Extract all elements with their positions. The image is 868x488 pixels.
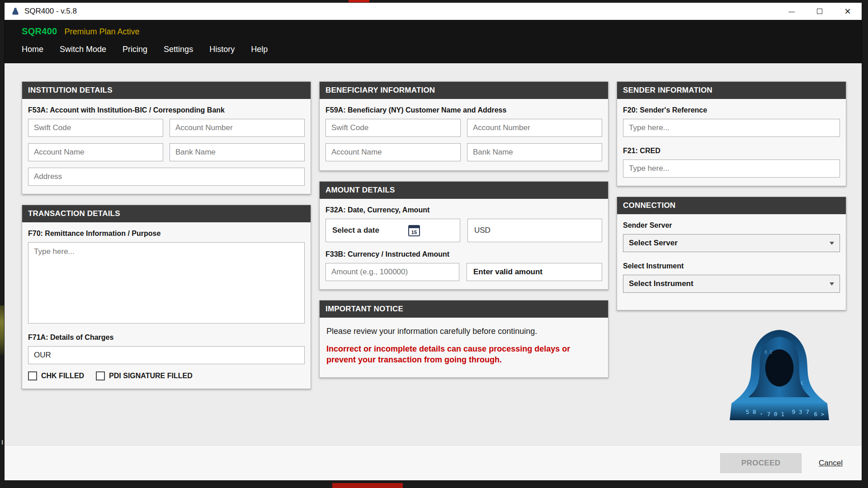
currency-field[interactable]: USD	[467, 219, 602, 242]
app-icon	[11, 7, 20, 16]
institution-swift-code-input[interactable]	[28, 119, 163, 137]
footer-bar: PROCEED Cancel	[5, 445, 862, 480]
notice-panel-title: IMPORTANT NOTICE	[320, 300, 608, 318]
field-label-f21: F21: CRED	[623, 147, 840, 155]
close-button[interactable]: ×	[834, 3, 862, 20]
instrument-select[interactable]: Select Instrument	[623, 275, 840, 293]
institution-account-number-input[interactable]	[170, 119, 305, 137]
field-label-f70: F70: Remittance Information / Purpose	[28, 230, 305, 238]
amount-validation-field: Enter valid amount	[467, 263, 602, 281]
minimize-button[interactable]: —	[778, 3, 806, 20]
field-label-f20: F20: Sender's Reference	[623, 106, 840, 114]
institution-address-input[interactable]	[28, 168, 305, 186]
menu-home[interactable]: Home	[22, 45, 43, 54]
field-label-f59a: F59A: Beneficiary (NY) Customer Name and…	[326, 106, 602, 114]
beneficiary-panel-title: BENEFICIARY INFORMATION	[320, 82, 608, 99]
sender-panel-title: SENDER INFORMATION	[617, 82, 846, 99]
beneficiary-swift-code-input[interactable]	[326, 119, 461, 137]
menu-switch-mode[interactable]: Switch Mode	[60, 45, 106, 54]
calendar-icon-day: 15	[409, 230, 419, 235]
connection-panel: CONNECTION Sender Server Select Server S…	[617, 197, 846, 310]
charges-input[interactable]	[28, 346, 305, 364]
code-digits: 7 0 1	[767, 411, 784, 418]
institution-account-name-input[interactable]	[28, 143, 163, 161]
plan-status-badge: Premium Plan Active	[65, 27, 140, 37]
code-digits: 9 3 7	[792, 408, 809, 415]
pdi-signature-group: PDI SIGNATURE FILLED	[96, 371, 193, 380]
server-select[interactable]: Select Server	[623, 234, 840, 252]
beneficiary-account-number-input[interactable]	[467, 119, 602, 137]
code-digits: €	[801, 380, 804, 386]
chk-filled-label: CHK FILLED	[41, 372, 84, 380]
beneficiary-information-panel: BENEFICIARY INFORMATION F59A: Beneficiar…	[319, 81, 609, 171]
select-instrument-label: Select Instrument	[623, 262, 840, 270]
transaction-panel-title: TRANSACTION DETAILS	[22, 205, 311, 222]
notice-warning-text: Incorrect or incomplete details can caus…	[326, 343, 601, 366]
menu-settings[interactable]: Settings	[164, 45, 193, 54]
pdi-signature-label: PDI SIGNATURE FILLED	[109, 372, 193, 380]
notice-text: Please review your information carefully…	[326, 327, 601, 336]
code-digits: 5 8 ,	[745, 408, 763, 415]
sender-reference-input[interactable]	[623, 119, 840, 137]
sender-information-panel: SENDER INFORMATION F20: Sender's Referen…	[617, 81, 846, 186]
beneficiary-account-name-input[interactable]	[326, 143, 461, 161]
important-notice-panel: IMPORTANT NOTICE Please review your info…	[319, 300, 609, 378]
calendar-icon-top	[409, 226, 419, 228]
menu-history[interactable]: History	[209, 45, 235, 54]
amount-details-panel: AMOUNT DETAILS F32A: Date, Currency, Amo…	[319, 181, 609, 290]
chevron-down-icon	[830, 242, 834, 245]
field-label-f32a: F32A: Date, Currency, Amount	[326, 206, 602, 214]
maximize-icon	[817, 9, 822, 14]
beneficiary-bank-name-input[interactable]	[467, 143, 602, 161]
close-icon: ×	[844, 5, 851, 18]
app-window: SQR400 - v.5.8 — × SQR400 Premium Plan A…	[5, 3, 862, 480]
institution-bank-name-input[interactable]	[170, 143, 305, 161]
institution-panel-title: INSTITUTION DETAILS	[22, 82, 311, 99]
transaction-details-panel: TRANSACTION DETAILS F70: Remittance Info…	[22, 205, 311, 389]
amount-panel-title: AMOUNT DETAILS	[320, 182, 608, 199]
maximize-button[interactable]	[806, 3, 834, 20]
desktop-wallpaper-glimpse	[0, 305, 4, 355]
menu-pricing[interactable]: Pricing	[123, 45, 147, 54]
amount-validation-text: Enter valid amount	[473, 267, 542, 277]
remittance-textarea[interactable]	[28, 242, 305, 324]
calendar-icon[interactable]: 15	[408, 225, 420, 236]
desktop-artifact: I	[1, 438, 3, 446]
field-label-f71a: F71A: Details of Charges	[28, 333, 305, 342]
chevron-down-icon	[830, 282, 834, 286]
field-label-f53a: F53A: Account with Institution-BIC / Cor…	[28, 106, 305, 114]
server-select-value: Select Server	[629, 239, 678, 248]
window-controls: — ×	[778, 3, 862, 20]
cancel-link[interactable]: Cancel	[819, 459, 843, 468]
cred-input[interactable]	[623, 160, 840, 178]
titlebar: SQR400 - v.5.8 — ×	[5, 3, 862, 20]
date-placeholder-text: Select a date	[332, 226, 379, 235]
amount-input[interactable]	[326, 263, 459, 281]
window-title: SQR400 - v.5.8	[24, 7, 77, 16]
sender-server-label: Sender Server	[623, 221, 840, 230]
date-picker-field[interactable]: Select a date 15	[326, 219, 460, 242]
instrument-select-value: Select Instrument	[629, 279, 693, 288]
connection-panel-title: CONNECTION	[617, 197, 846, 214]
institution-details-panel: INSTITUTION DETAILS F53A: Account with I…	[22, 81, 311, 194]
proceed-button[interactable]: PROCEED	[720, 453, 802, 473]
code-digits: 0 1	[764, 350, 773, 355]
menu-help[interactable]: Help	[251, 45, 268, 54]
chk-filled-group: CHK FILLED	[28, 371, 84, 380]
chk-filled-checkbox[interactable]	[28, 371, 37, 380]
main-content: INSTITUTION DETAILS F53A: Account with I…	[5, 63, 862, 445]
brand-logo: SQR400	[22, 26, 57, 37]
desktop-background: I SQR400 - v.5.8 — × SQR40	[0, 0, 868, 488]
code-digits: 6 >	[814, 411, 825, 418]
menu-bar: Home Switch Mode Pricing Settings Histor…	[22, 45, 844, 63]
hacker-figure-image: 0 1 € 5 8 , 7 0 1 9 3 7 6 >	[726, 327, 833, 420]
app-header: SQR400 Premium Plan Active Home Switch M…	[5, 20, 862, 63]
desktop-accent-bottom	[332, 483, 403, 488]
pdi-signature-checkbox[interactable]	[96, 371, 105, 380]
currency-value: USD	[474, 226, 491, 235]
field-label-f33b: F33B: Currency / Instructed Amount	[326, 250, 602, 258]
minimize-icon: —	[788, 8, 795, 15]
